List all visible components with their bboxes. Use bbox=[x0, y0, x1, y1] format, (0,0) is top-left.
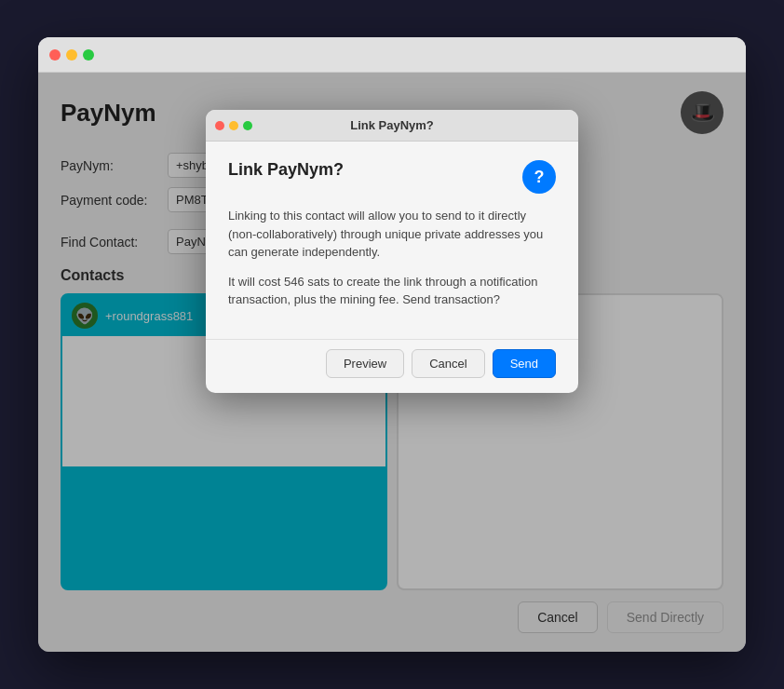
dialog-titlebar: Link PayNym? bbox=[206, 110, 578, 142]
dialog-close-button[interactable] bbox=[215, 121, 224, 130]
help-icon[interactable]: ? bbox=[522, 160, 556, 194]
dialog-send-button[interactable]: Send bbox=[493, 349, 556, 378]
dialog-cancel-button[interactable]: Cancel bbox=[412, 349, 484, 378]
modal-overlay: Link PayNym? Link PayNym? ? Linking to t… bbox=[38, 73, 746, 652]
dialog-title: Link PayNym? bbox=[350, 118, 434, 132]
dialog-body-text-2: It will cost 546 sats to create the link… bbox=[228, 273, 556, 309]
dialog-body-text-1: Linking to this contact will allow you t… bbox=[228, 207, 556, 262]
app-titlebar bbox=[38, 37, 746, 73]
dialog-traffic-lights bbox=[215, 121, 252, 130]
dialog-maximize-button[interactable] bbox=[243, 121, 252, 130]
dialog-header-row: Link PayNym? ? bbox=[228, 160, 556, 194]
dialog-body: Link PayNym? ? Linking to this contact w… bbox=[206, 142, 578, 335]
dialog-heading: Link PayNym? bbox=[228, 160, 344, 180]
app-content: PayNym 🎩 PayNym: +shybre Payment code: P… bbox=[38, 73, 746, 652]
dialog-minimize-button[interactable] bbox=[229, 121, 238, 130]
app-traffic-lights bbox=[49, 49, 94, 61]
dialog-window: Link PayNym? Link PayNym? ? Linking to t… bbox=[206, 110, 578, 393]
close-button[interactable] bbox=[49, 49, 61, 61]
minimize-button[interactable] bbox=[66, 49, 77, 61]
app-window: PayNym 🎩 PayNym: +shybre Payment code: P… bbox=[38, 37, 746, 652]
maximize-button[interactable] bbox=[83, 49, 94, 61]
dialog-preview-button[interactable]: Preview bbox=[326, 349, 404, 378]
dialog-actions: Preview Cancel Send bbox=[206, 339, 578, 393]
